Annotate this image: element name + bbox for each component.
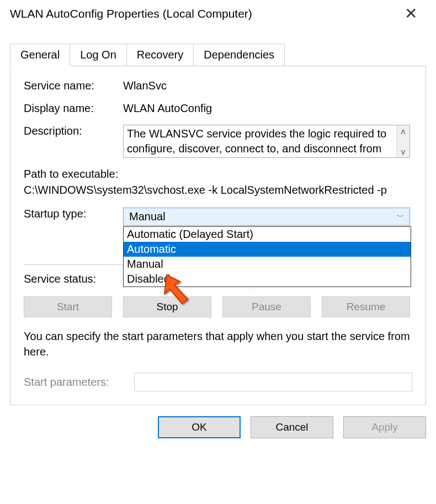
help-text: You can specify the start parameters tha… xyxy=(24,328,412,359)
dropdown-option-manual[interactable]: Manual xyxy=(124,257,411,272)
pause-button: Pause xyxy=(222,296,311,317)
dropdown-option-automatic[interactable]: Automatic xyxy=(124,242,411,257)
window-title: WLAN AutoConfig Properties (Local Comput… xyxy=(10,7,252,20)
description-box: The WLANSVC service provides the logic r… xyxy=(123,125,410,158)
dropdown-option-disabled[interactable]: Disabled xyxy=(124,272,411,287)
tab-logon[interactable]: Log On xyxy=(70,44,127,66)
startup-type-label: Startup type: xyxy=(24,208,123,220)
start-parameters-row: Start parameters: xyxy=(24,373,412,391)
ok-button[interactable]: OK xyxy=(158,416,241,438)
service-name-label: Service name: xyxy=(24,79,123,92)
close-icon[interactable]: ✕ xyxy=(397,4,425,23)
start-button: Start xyxy=(24,296,112,317)
resume-button: Resume xyxy=(322,296,410,317)
scroll-down-icon[interactable]: v xyxy=(397,146,410,157)
service-status-label: Service status: xyxy=(24,273,123,285)
startup-type-dropdown-list: Automatic (Delayed Start) Automatic Manu… xyxy=(123,226,411,287)
tab-general[interactable]: General xyxy=(10,44,70,66)
path-value: C:\WINDOWS\system32\svchost.exe -k Local… xyxy=(24,184,412,197)
display-name-label: Display name: xyxy=(24,102,123,115)
cancel-button[interactable]: Cancel xyxy=(251,416,333,438)
scroll-up-icon[interactable]: ʌ xyxy=(397,125,410,137)
apply-button: Apply xyxy=(343,416,426,438)
titlebar: WLAN AutoConfig Properties (Local Comput… xyxy=(0,0,436,27)
stop-button[interactable]: Stop xyxy=(123,296,211,317)
tab-bar: General Log On Recovery Dependencies xyxy=(10,44,436,66)
tab-content: Service name: WlanSvc Display name: WLAN… xyxy=(10,66,426,405)
description-text: The WLANSVC service provides the logic r… xyxy=(124,125,396,157)
description-scrollbar[interactable]: ʌ v xyxy=(396,125,410,157)
service-name-value: WlanSvc xyxy=(123,79,167,92)
service-button-row: Start Stop Pause Resume xyxy=(24,296,412,317)
startup-type-selected: Manual xyxy=(129,210,166,223)
chevron-down-icon: ﹀ xyxy=(397,212,404,222)
path-label: Path to executable: xyxy=(24,168,412,181)
display-name-value: WLAN AutoConfig xyxy=(123,102,212,115)
dialog-footer: OK Cancel Apply xyxy=(0,416,426,438)
start-parameters-label: Start parameters: xyxy=(24,376,134,389)
description-label: Description: xyxy=(24,125,123,137)
tab-recovery[interactable]: Recovery xyxy=(127,44,194,66)
dropdown-option-delayed[interactable]: Automatic (Delayed Start) xyxy=(124,227,411,242)
tab-dependencies[interactable]: Dependencies xyxy=(194,44,285,66)
startup-type-dropdown[interactable]: Manual ﹀ Automatic (Delayed Start) Autom… xyxy=(123,208,410,226)
start-parameters-input xyxy=(134,373,412,391)
